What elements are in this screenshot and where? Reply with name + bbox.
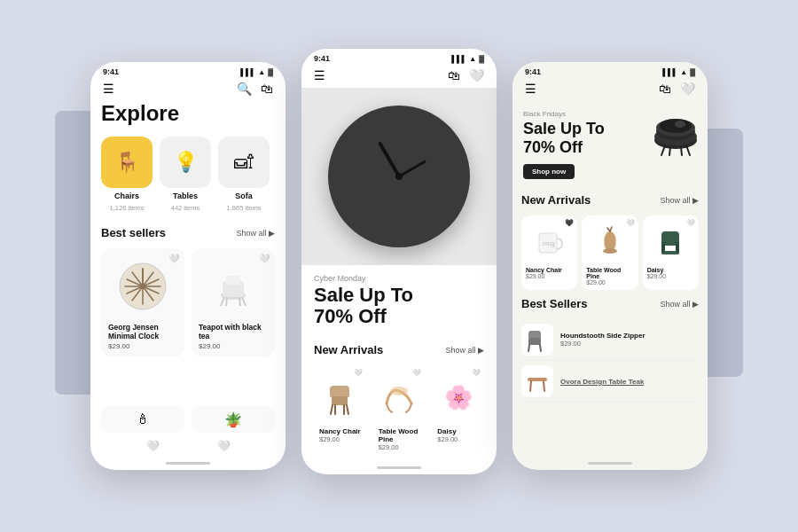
svg-rect-46	[663, 251, 677, 254]
svg-point-13	[140, 284, 145, 289]
arrival-table-name: Table Wood Pine	[586, 267, 633, 279]
nav-icons-right-2: 🛍 🤍	[448, 68, 484, 82]
category-sofa[interactable]: 🛋 Sofa 1,865 items	[218, 137, 270, 212]
best-sellers-title-1: Best sellers	[101, 226, 166, 239]
table-wood-svg	[379, 379, 419, 416]
fav-mid-3[interactable]: 🤍	[472, 369, 481, 377]
top-nav-1: ☰ 🔍 🛍	[90, 78, 286, 101]
arrival-nancy[interactable]: 🖤 mug Nancy Chair $29.00	[521, 215, 577, 290]
fav-icon-2[interactable]: 🤍	[469, 68, 484, 82]
fav-daisy[interactable]: 🤍	[686, 219, 695, 227]
status-bar-3: 9:41 ▌▌▌ ▲ ▓	[512, 62, 708, 78]
bowl-svg	[649, 106, 702, 160]
sofa-label: Sofa	[235, 192, 253, 200]
seller-houndstooth-price: $29.00	[560, 340, 645, 348]
status-time-3: 9:41	[525, 67, 541, 76]
menu-icon-3[interactable]: ☰	[525, 82, 536, 96]
svg-line-52	[530, 381, 531, 391]
clock-img	[108, 255, 177, 317]
right-content: New Arrivals Show all ▶ 🖤 mug Nancy Chai…	[512, 186, 708, 456]
search-icon-1[interactable]: 🔍	[237, 82, 252, 96]
svg-point-40	[603, 248, 617, 254]
fav-teapot[interactable]: 🤍	[259, 254, 270, 263]
new-arrivals-title-right: New Arrivals	[521, 193, 591, 207]
show-all-bs-right[interactable]: Show all ▶	[660, 300, 699, 309]
show-all-right[interactable]: Show all ▶	[660, 196, 699, 205]
svg-line-49	[528, 345, 529, 351]
cart-icon-2[interactable]: 🛍	[448, 68, 460, 82]
product-teapot[interactable]: 🤍 Teapot with black t	[192, 248, 275, 357]
fav-mid-2[interactable]: 🤍	[412, 369, 421, 377]
teapot-img	[199, 255, 268, 317]
seller-ovora-name: Ovora Design Table Teak	[560, 378, 644, 386]
bottom-fav-row: 🤍 🤍	[90, 438, 286, 456]
category-chairs[interactable]: 🪑 Chairs 1,126 items	[101, 137, 153, 212]
tables-count: 442 items	[171, 204, 200, 212]
promo-section-right: Black Fridays Sale Up To70% Off Shop now	[512, 101, 708, 186]
svg-rect-21	[330, 386, 349, 398]
arrival-table-wood[interactable]: 🤍 Table Wood Pine $29.00	[582, 215, 638, 290]
clock-price: $29.00	[108, 342, 177, 350]
svg-point-33	[675, 121, 685, 128]
mid-daisy-img: 🌸	[437, 371, 479, 424]
home-line-3	[588, 462, 632, 465]
cyber-label: Cyber Monday	[314, 274, 484, 283]
fav-icon-3[interactable]: 🤍	[680, 82, 695, 96]
fav-clock[interactable]: 🤍	[168, 254, 179, 263]
mid-table-name: Table Wood Pine	[379, 427, 420, 443]
chairs-box: 🪑	[101, 137, 153, 188]
phone-right: 9:41 ▌▌▌ ▲ ▓ ☰ 🛍 🤍 Black Fridays Sale Up…	[512, 62, 708, 470]
svg-line-37	[681, 147, 682, 155]
seller-ovora[interactable]: Ovora Design Table Teak	[521, 361, 699, 403]
fav-table-wood[interactable]: 🤍	[626, 219, 635, 227]
svg-line-16	[242, 297, 246, 306]
signal-icon-3: ▌▌▌	[662, 68, 677, 76]
mid-product-table[interactable]: 🤍 Table Wood Pine $29.00	[373, 365, 426, 457]
mid-product-daisy[interactable]: 🤍 🌸 Daisy $29.00	[432, 365, 484, 457]
best-sellers-header-1: Best sellers Show all ▶	[101, 226, 275, 239]
phone-middle: 9:41 ▌▌▌ ▲ ▓ ☰ 🛍 🤍 Cyber Monday	[301, 49, 497, 474]
seller-houndstooth-info: Houndstooth Side Zipper $29.00	[560, 332, 645, 348]
status-icons-3: ▌▌▌ ▲ ▓	[662, 68, 695, 76]
best-sellers-title-right: Best Sellers	[521, 297, 587, 310]
category-tables[interactable]: 💡 Tables 442 items	[160, 137, 211, 212]
menu-icon-1[interactable]: ☰	[103, 82, 114, 96]
cart-icon-3[interactable]: 🛍	[659, 82, 671, 96]
home-indicator-1	[90, 456, 286, 470]
preview-item-2: 🪴	[192, 406, 275, 433]
clock-dot	[395, 173, 403, 180]
status-time-1: 9:41	[103, 67, 119, 76]
menu-icon-2[interactable]: ☰	[314, 68, 325, 82]
status-icons-1: ▌▌▌ ▲ ▓	[240, 68, 273, 76]
fav-icon-bottom-2[interactable]: 🤍	[217, 440, 231, 452]
arrival-daisy[interactable]: 🤍 Daisy $29.00	[643, 215, 699, 290]
preview-icon-2: 🪴	[224, 411, 242, 428]
product-clock[interactable]: 🤍	[101, 248, 184, 357]
mid-product-chair[interactable]: 🤍 Nancy Chair $29.00	[314, 365, 366, 457]
sofa-count: 1,865 items	[227, 204, 262, 212]
status-time-2: 9:41	[314, 54, 330, 63]
fav-icon-bottom-1[interactable]: 🤍	[146, 440, 160, 452]
fav-nancy[interactable]: 🖤	[565, 219, 574, 227]
mid-chair-name: Nancy Chair	[319, 427, 361, 435]
nancy-chair-svg	[321, 379, 358, 416]
middle-products-row: 🤍 Nancy Chair $29.00	[314, 365, 484, 457]
fav-mid-1[interactable]: 🤍	[354, 369, 363, 377]
home-indicator-3	[512, 456, 708, 470]
shop-now-btn[interactable]: Shop now	[523, 164, 575, 179]
cart-icon-1[interactable]: 🛍	[261, 82, 273, 96]
show-all-middle[interactable]: Show all ▶	[445, 346, 484, 355]
explore-title: Explore	[101, 101, 275, 126]
seller-houndstooth[interactable]: Houndstooth Side Zipper $29.00	[521, 319, 699, 361]
svg-line-53	[544, 381, 544, 391]
bowl-decoration	[649, 106, 702, 163]
phones-container: 9:41 ▌▌▌ ▲ ▓ ☰ 🔍 🛍 Explore 🪑	[90, 58, 708, 474]
mid-daisy-name: Daisy	[437, 427, 479, 435]
promo-area-middle: Cyber Monday Sale Up To70% Off	[314, 265, 484, 343]
preview-item-1: 🕯	[101, 406, 184, 433]
seller-houndstooth-name: Houndstooth Side Zipper	[560, 332, 645, 340]
mid-table-img	[379, 371, 420, 424]
show-all-btn-1[interactable]: Show all ▶	[236, 229, 275, 238]
bottom-products-preview: 🕯 🪴	[90, 401, 286, 438]
middle-content: Cyber Monday Sale Up To70% Off New Arriv…	[301, 265, 497, 460]
